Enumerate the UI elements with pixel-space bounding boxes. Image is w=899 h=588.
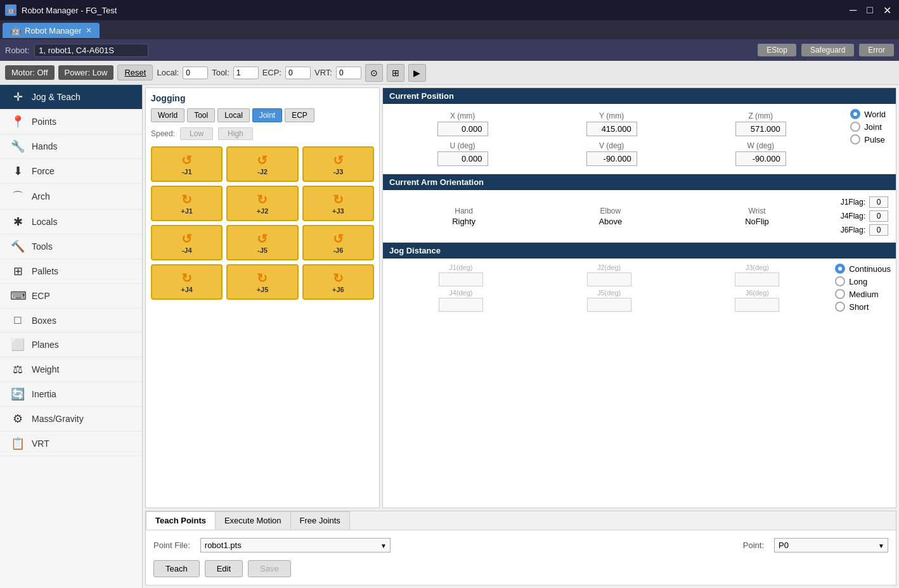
save-button[interactable]: Save <box>248 560 291 577</box>
sidebar-label-inertia: Inertia <box>32 389 56 399</box>
robot-label: Robot: <box>5 46 29 55</box>
jog-plus-j6[interactable]: ↻ +J6 <box>302 264 374 300</box>
radio-world[interactable]: World <box>850 109 886 119</box>
sidebar-item-arch[interactable]: ⌒ Arch <box>0 184 142 210</box>
sidebar-item-points[interactable]: 📍 Points <box>0 110 142 134</box>
dist-j5-label: J5(deg) <box>597 289 621 297</box>
point-label: Point: <box>743 540 764 550</box>
arm-orient-grid: Hand Righty Elbow Above Wrist NoFlip <box>391 207 831 226</box>
safeguard-button[interactable]: Safeguard <box>801 44 854 56</box>
jog-minus-j2[interactable]: ↺ -J2 <box>226 146 298 182</box>
sidebar-item-tools[interactable]: 🔨 Tools <box>0 234 142 259</box>
robot-selector[interactable]: 1, robot1, C4-A601S <box>34 44 148 57</box>
right-panel: Current Position X (mm) 0.000 Y (mm) 415… <box>382 87 896 508</box>
camera-icon-button[interactable]: ⊙ <box>365 64 383 82</box>
ecp-select[interactable]: 0 <box>285 67 311 79</box>
window-controls[interactable]: ─ □ ✕ <box>847 4 894 16</box>
sidebar-item-inertia[interactable]: 🔄 Inertia <box>0 382 142 407</box>
radio-pulse[interactable]: Pulse <box>850 134 886 144</box>
motor-button[interactable]: Motor: Off <box>5 65 55 80</box>
sidebar-item-mass-gravity[interactable]: ⚙ Mass/Gravity <box>0 407 142 431</box>
point-select[interactable]: P0 <box>774 538 888 553</box>
jog-mode-local[interactable]: Local <box>217 108 250 122</box>
reset-button[interactable]: Reset <box>117 65 153 80</box>
sidebar-item-weight[interactable]: ⚖ Weight <box>0 357 142 382</box>
maximize-button[interactable]: □ <box>864 4 876 16</box>
jog-minus-j6[interactable]: ↺ -J6 <box>302 225 374 260</box>
radio-continuous[interactable]: Continuous <box>835 264 891 274</box>
estop-button[interactable]: EStop <box>758 44 796 56</box>
sidebar-item-hands[interactable]: 🔧 Hands <box>0 134 142 159</box>
inertia-icon: 🔄 <box>10 387 25 401</box>
jog-minus-j4[interactable]: ↺ -J4 <box>151 225 223 260</box>
j6flag-value: 0 <box>869 224 888 236</box>
point-file-label: Point File: <box>153 540 190 550</box>
minus-j1-arrow-icon: ↺ <box>181 153 192 168</box>
tab-teach-points[interactable]: Teach Points <box>146 511 216 530</box>
local-select[interactable]: 0 <box>183 67 208 79</box>
sidebar-item-pallets[interactable]: ⊞ Pallets <box>0 259 142 284</box>
radio-medium[interactable]: Medium <box>835 289 891 299</box>
dist-j5-input[interactable] <box>587 298 631 312</box>
teach-button[interactable]: Teach <box>153 560 200 577</box>
pos-y-value: 415.000 <box>586 122 637 136</box>
speed-low-button[interactable]: Low <box>180 127 213 140</box>
radio-pulse-circle <box>850 134 860 144</box>
error-button[interactable]: Error <box>859 44 894 56</box>
sidebar-item-ecp[interactable]: ⌨ ECP <box>0 284 142 309</box>
point-file-select-wrap[interactable]: robot1.pts <box>200 538 391 553</box>
jog-distance-inputs: J1(deg) J2(deg) J3(deg) <box>388 264 830 312</box>
tab-close-icon[interactable]: ✕ <box>86 26 92 35</box>
jog-mode-tool[interactable]: Tool <box>187 108 215 122</box>
sidebar-item-force[interactable]: ⬇ Force <box>0 159 142 184</box>
power-button[interactable]: Power: Low <box>58 65 114 80</box>
j1flag-value: 0 <box>869 196 888 208</box>
dist-j4-input[interactable] <box>439 298 483 312</box>
dist-j6-input[interactable] <box>735 298 779 312</box>
jog-mode-ecp[interactable]: ECP <box>285 108 314 122</box>
tab-execute-motion[interactable]: Execute Motion <box>215 511 291 530</box>
sidebar-item-vrt[interactable]: 📋 VRT <box>0 431 142 456</box>
content-area: Jogging World Tool Local Joint ECP Speed… <box>143 85 899 588</box>
robot-manager-tab[interactable]: 🤖 Robot Manager ✕ <box>3 23 100 38</box>
sidebar-item-jog-teach[interactable]: ✛ Jog & Teach <box>0 85 142 110</box>
dist-j3-input[interactable] <box>735 272 779 286</box>
dist-j1-input[interactable] <box>439 272 483 286</box>
speed-high-button[interactable]: High <box>218 127 253 140</box>
tool-select[interactable]: 1 <box>233 67 259 79</box>
close-button[interactable]: ✕ <box>881 4 894 16</box>
jog-minus-j5[interactable]: ↺ -J5 <box>226 225 298 260</box>
radio-short[interactable]: Short <box>835 302 891 312</box>
dist-j2-input[interactable] <box>587 272 631 286</box>
radio-world-circle <box>850 109 860 119</box>
vrt-select[interactable]: 0 <box>336 67 361 79</box>
jog-mode-buttons: World Tool Local Joint ECP <box>151 108 374 122</box>
grid-icon-button[interactable]: ⊞ <box>387 64 404 82</box>
jog-mode-joint[interactable]: Joint <box>252 108 282 122</box>
jog-plus-j1[interactable]: ↻ +J1 <box>151 186 223 221</box>
radio-joint[interactable]: Joint <box>850 122 886 132</box>
pos-w-value: -90.000 <box>735 151 786 166</box>
sidebar-item-boxes[interactable]: □ Boxes <box>0 309 142 333</box>
radio-long[interactable]: Long <box>835 276 891 286</box>
arch-icon: ⌒ <box>10 189 25 204</box>
weight-icon: ⚖ <box>10 362 25 376</box>
jog-plus-j3[interactable]: ↻ +J3 <box>302 186 374 221</box>
point-file-select[interactable]: robot1.pts <box>200 538 391 553</box>
j4flag-value: 0 <box>869 210 888 222</box>
jog-plus-j4[interactable]: ↻ +J4 <box>151 264 223 300</box>
minimize-button[interactable]: ─ <box>847 4 859 16</box>
terminal-icon-button[interactable]: ▶ <box>408 64 426 82</box>
tab-free-joints[interactable]: Free Joints <box>290 511 350 530</box>
jog-plus-j5[interactable]: ↻ +J5 <box>226 264 298 300</box>
edit-button[interactable]: Edit <box>205 560 243 577</box>
sidebar-item-locals[interactable]: ✱ Locals <box>0 210 142 234</box>
plus-j3-arrow-icon: ↻ <box>333 192 344 207</box>
jog-minus-j3[interactable]: ↺ -J3 <box>302 146 374 182</box>
jog-plus-j2[interactable]: ↻ +J2 <box>226 186 298 221</box>
point-select-wrap[interactable]: P0 <box>774 538 888 553</box>
jog-minus-j1[interactable]: ↺ -J1 <box>151 146 223 182</box>
sidebar-item-planes[interactable]: ⬜ Planes <box>0 333 142 357</box>
jog-mode-world[interactable]: World <box>151 108 184 122</box>
radio-pulse-label: Pulse <box>864 135 885 144</box>
